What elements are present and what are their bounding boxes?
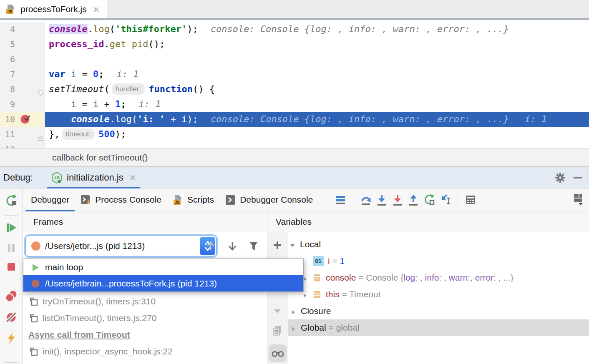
paused-process-icon bbox=[31, 241, 40, 251]
breakpoint-icon[interactable] bbox=[20, 113, 31, 125]
hide-panel-icon[interactable] bbox=[572, 172, 583, 183]
next-frame-button[interactable] bbox=[225, 239, 239, 253]
editor-line-9[interactable]: 9 i = i + 1;i: 1 bbox=[0, 97, 589, 112]
step-over-button[interactable] bbox=[358, 192, 374, 208]
code-token: ; bbox=[121, 99, 126, 109]
process-selector-combobox[interactable]: /Users/jetbr...js (pid 1213) bbox=[25, 236, 216, 256]
fold-marker-icon[interactable] bbox=[38, 86, 44, 92]
force-step-into-button[interactable] bbox=[390, 192, 405, 208]
editor-line-12[interactable]: 12 bbox=[0, 142, 589, 148]
frame-row[interactable]: init(), inspector_async_hook.js:22 bbox=[23, 343, 267, 360]
editor-line-10[interactable]: 10 console.log('i: ' + i);console: Conso… bbox=[0, 112, 589, 127]
resume-button[interactable] bbox=[4, 221, 18, 235]
layout-settings-button[interactable] bbox=[570, 192, 586, 208]
tab-debugger[interactable]: Debugger bbox=[25, 188, 75, 211]
step-out-button[interactable] bbox=[405, 192, 421, 208]
variable-token: console bbox=[326, 273, 356, 282]
tab-debugger-console[interactable]: Debugger Console bbox=[219, 188, 318, 211]
toolbar-separator bbox=[5, 283, 18, 283]
editor-line-11[interactable]: 11},timeout:500); bbox=[0, 127, 589, 142]
previous-frame-button[interactable] bbox=[204, 239, 218, 253]
move-down-icon[interactable] bbox=[272, 306, 282, 316]
close-icon[interactable] bbox=[93, 5, 100, 13]
gear-icon[interactable] bbox=[555, 172, 566, 183]
tab-label: Process Console bbox=[95, 195, 161, 205]
frame-row[interactable] bbox=[23, 360, 267, 364]
variable-label: this = Timeout bbox=[326, 289, 380, 299]
pause-button[interactable] bbox=[4, 241, 18, 255]
lightning-button[interactable] bbox=[4, 331, 18, 345]
object-icon bbox=[312, 290, 322, 299]
editor-line-6[interactable]: 6 bbox=[0, 52, 589, 67]
line-number: 9 bbox=[0, 97, 15, 112]
variable-row[interactable]: 01i = 1 bbox=[288, 253, 589, 269]
variable-row[interactable]: this = Timeout bbox=[288, 286, 589, 303]
editor-line-5[interactable]: 5process_id.get_pid(); bbox=[0, 37, 589, 52]
tree-expand-icon[interactable] bbox=[302, 291, 308, 298]
stop-button[interactable] bbox=[4, 260, 18, 274]
editor-line-4[interactable]: 4console.log('this#forker');console: Con… bbox=[0, 22, 589, 37]
tab-scripts[interactable]: JSScripts bbox=[167, 188, 219, 211]
editor-line-8[interactable]: 8setTimeout(handler:function() { bbox=[0, 82, 589, 97]
code-token: ); bbox=[115, 129, 126, 139]
editor-gutter[interactable]: 12 bbox=[0, 142, 45, 148]
copy-stack-icon[interactable] bbox=[272, 325, 283, 336]
code-token: console bbox=[49, 24, 88, 34]
drop-frame-button[interactable] bbox=[421, 192, 437, 208]
session-tab-title: initialization.js bbox=[67, 172, 123, 183]
tree-collapse-icon[interactable] bbox=[289, 241, 296, 248]
dropdown-item[interactable]: main loop bbox=[23, 259, 303, 275]
debug-toolwindow-header: Debug: JS initialization.js bbox=[0, 167, 589, 188]
combobox-value: /Users/jetbr...js (pid 1213) bbox=[45, 241, 145, 251]
frame-row[interactable]: tryOnTimeout(), timers.js:310 bbox=[23, 293, 267, 310]
editor-gutter[interactable]: 5 bbox=[0, 37, 45, 52]
variable-row[interactable]: console = Console {log: , info: , warn:,… bbox=[288, 269, 589, 286]
editor-gutter[interactable]: 6 bbox=[0, 52, 45, 67]
run-to-cursor-button[interactable] bbox=[437, 192, 453, 208]
variable-row[interactable]: Local bbox=[288, 236, 589, 253]
object-icon bbox=[312, 273, 322, 282]
editor-gutter[interactable]: 7 bbox=[0, 67, 45, 82]
dropdown-item-label: /Users/jetbrain...processToFork.js (pid … bbox=[45, 279, 217, 289]
tab-process-console[interactable]: Process Console bbox=[75, 188, 167, 211]
tree-expand-icon[interactable] bbox=[290, 308, 297, 314]
tree-expand-icon[interactable] bbox=[290, 324, 297, 331]
variable-token: Closure bbox=[301, 306, 331, 316]
debugger-toolbar: DebuggerProcess ConsoleJSScriptsDebugger… bbox=[23, 188, 589, 211]
view-breakpoints-button[interactable] bbox=[4, 289, 18, 304]
editor-line-7[interactable]: 7var i = 0;i: 1 bbox=[0, 67, 589, 82]
code-line-content: setTimeout(handler:function() { bbox=[45, 82, 589, 97]
editor-gutter[interactable]: 8 bbox=[0, 82, 45, 97]
variable-token: Local bbox=[300, 239, 321, 249]
step-into-button[interactable] bbox=[374, 192, 390, 208]
code-editor[interactable]: 4console.log('this#forker');console: Con… bbox=[0, 20, 589, 148]
frame-row[interactable]: listOnTimeout(), timers.js:270 bbox=[23, 310, 267, 326]
dropdown-item[interactable]: /Users/jetbrain...processToFork.js (pid … bbox=[23, 275, 303, 291]
variable-label: Global = global bbox=[301, 323, 360, 333]
add-watch-button[interactable] bbox=[272, 240, 283, 251]
debug-session-tab[interactable]: JS initialization.js bbox=[47, 167, 140, 188]
fold-marker-icon[interactable] bbox=[38, 131, 44, 137]
toolbar-separator bbox=[5, 215, 18, 216]
hide-library-frames-filter-button[interactable] bbox=[247, 239, 261, 253]
editor-gutter[interactable]: 10 bbox=[0, 112, 45, 127]
js-file-icon: JS bbox=[172, 194, 184, 206]
editor-gutter[interactable]: 4 bbox=[0, 22, 45, 37]
mute-breakpoints-button[interactable] bbox=[4, 310, 18, 324]
evaluate-expression-button[interactable] bbox=[463, 192, 478, 208]
show-execution-point-button[interactable] bbox=[332, 192, 348, 208]
frame-row[interactable]: Async call from Timeout bbox=[23, 326, 267, 343]
variable-row[interactable]: Global = global bbox=[288, 319, 589, 336]
rerun-button[interactable] bbox=[4, 193, 18, 208]
variable-label: console = Console {log: , info: , warn:,… bbox=[326, 273, 513, 283]
close-icon[interactable] bbox=[129, 174, 136, 181]
thread-running-icon bbox=[30, 262, 40, 272]
editor-gutter[interactable]: 9 bbox=[0, 97, 45, 112]
show-watches-toggle[interactable] bbox=[269, 344, 287, 362]
code-line-content bbox=[45, 142, 589, 148]
variable-row[interactable]: Closure bbox=[288, 303, 589, 319]
editor-tab[interactable]: JS processToFork.js bbox=[0, 0, 107, 18]
code-token: log bbox=[115, 114, 132, 124]
editor-gutter[interactable]: 11 bbox=[0, 127, 45, 142]
code-token: function bbox=[149, 84, 193, 94]
